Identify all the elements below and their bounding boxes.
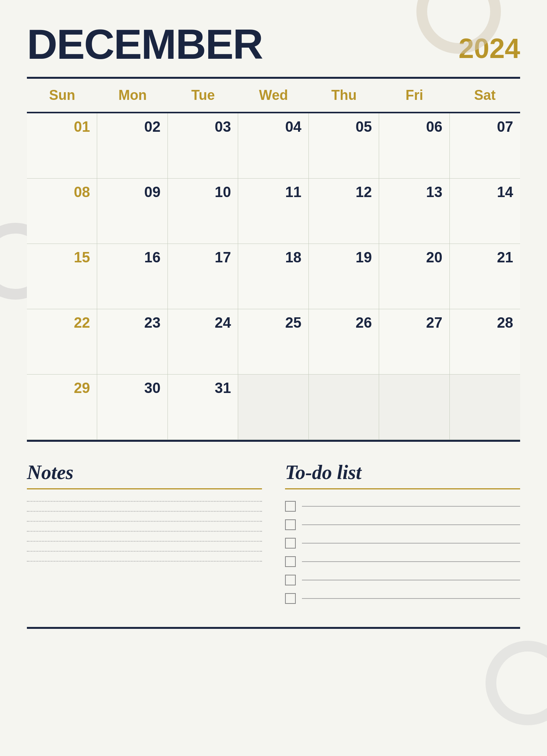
- table-row: 04: [238, 113, 308, 179]
- todo-checkbox-3[interactable]: [285, 538, 296, 549]
- table-row: 31: [168, 375, 238, 440]
- calendar-grid: 01 02 03 04 05 06 07 08 09 10 11 12 13 1…: [27, 113, 520, 440]
- table-row: [309, 375, 379, 440]
- table-row: 17: [168, 244, 238, 309]
- day-header-mon: Mon: [97, 79, 167, 112]
- notes-line-1: [27, 501, 262, 502]
- table-row: 27: [379, 309, 449, 375]
- notes-underline: [27, 488, 262, 489]
- table-row: 23: [97, 309, 167, 375]
- todo-line-1: [302, 506, 520, 507]
- table-row: 18: [238, 244, 308, 309]
- table-row: 03: [168, 113, 238, 179]
- table-row: 16: [97, 244, 167, 309]
- day-header-sat: Sat: [450, 79, 520, 112]
- calendar-container: Sun Mon Tue Wed Thu Fri Sat 01 02 03 04 …: [27, 77, 520, 442]
- todo-checkbox-1[interactable]: [285, 501, 296, 512]
- month-title: DECEMBER: [27, 23, 263, 65]
- notes-line-6: [27, 551, 262, 552]
- notes-line-2: [27, 511, 262, 512]
- todo-section: To-do list: [285, 461, 520, 604]
- todo-checkbox-2[interactable]: [285, 519, 296, 530]
- list-item: [285, 556, 520, 567]
- todo-line-2: [302, 524, 520, 525]
- table-row: 28: [450, 309, 520, 375]
- table-row: 19: [309, 244, 379, 309]
- day-header-sun: Sun: [27, 79, 97, 112]
- table-row: 24: [168, 309, 238, 375]
- table-row: 09: [97, 179, 167, 244]
- table-row: 12: [309, 179, 379, 244]
- table-row: [238, 375, 308, 440]
- table-row: 26: [309, 309, 379, 375]
- page-bottom-border: [27, 627, 520, 629]
- calendar-header: Sun Mon Tue Wed Thu Fri Sat: [27, 79, 520, 113]
- table-row: 06: [379, 113, 449, 179]
- list-item: [285, 501, 520, 512]
- calendar-bottom-border: [27, 440, 520, 442]
- table-row: 21: [450, 244, 520, 309]
- table-row: [450, 375, 520, 440]
- list-item: [285, 519, 520, 530]
- todo-checkbox-6[interactable]: [285, 593, 296, 604]
- todo-underline: [285, 488, 520, 489]
- notes-lines: [27, 501, 262, 564]
- table-row: 11: [238, 179, 308, 244]
- notes-section: Notes: [27, 461, 262, 604]
- todo-line-3: [302, 543, 520, 544]
- day-header-wed: Wed: [238, 79, 308, 112]
- table-row: 13: [379, 179, 449, 244]
- day-header-fri: Fri: [379, 79, 449, 112]
- todo-items: [285, 501, 520, 604]
- notes-line-3: [27, 521, 262, 522]
- bottom-section: Notes To-do list: [27, 461, 520, 604]
- day-header-tue: Tue: [168, 79, 238, 112]
- todo-title: To-do list: [285, 461, 520, 484]
- table-row: 02: [97, 113, 167, 179]
- list-item: [285, 538, 520, 549]
- table-row: 08: [27, 179, 97, 244]
- notes-line-5: [27, 541, 262, 542]
- todo-line-5: [302, 580, 520, 580]
- deco-circle-bottom-right: [486, 641, 547, 725]
- table-row: 15: [27, 244, 97, 309]
- notes-line-4: [27, 531, 262, 532]
- todo-checkbox-5[interactable]: [285, 575, 296, 585]
- notes-line-7: [27, 561, 262, 562]
- day-header-thu: Thu: [309, 79, 379, 112]
- table-row: 07: [450, 113, 520, 179]
- todo-line-6: [302, 598, 520, 599]
- table-row: 10: [168, 179, 238, 244]
- todo-line-4: [302, 561, 520, 562]
- table-row: 20: [379, 244, 449, 309]
- list-item: [285, 575, 520, 585]
- page-container: DECEMBER 2024 Sun Mon Tue Wed Thu Fri Sa…: [0, 0, 547, 756]
- table-row: [379, 375, 449, 440]
- table-row: 05: [309, 113, 379, 179]
- table-row: 14: [450, 179, 520, 244]
- table-row: 22: [27, 309, 97, 375]
- notes-title: Notes: [27, 461, 262, 484]
- todo-checkbox-4[interactable]: [285, 556, 296, 567]
- table-row: 29: [27, 375, 97, 440]
- table-row: 01: [27, 113, 97, 179]
- list-item: [285, 593, 520, 604]
- table-row: 25: [238, 309, 308, 375]
- table-row: 30: [97, 375, 167, 440]
